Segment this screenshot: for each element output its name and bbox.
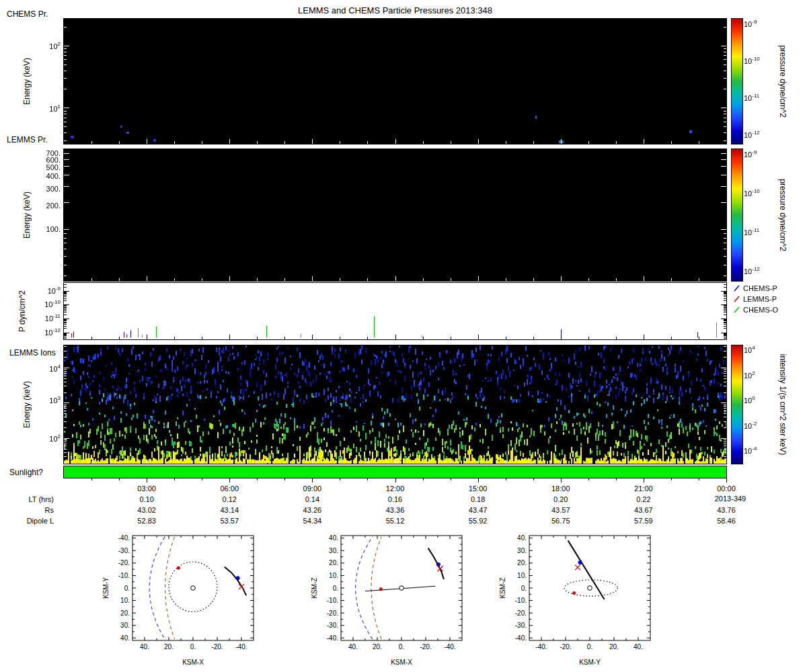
y-tick-label: 101 <box>49 103 61 113</box>
lemms-pressure-spectrogram <box>64 149 726 281</box>
orbit-plot-ksm-y-ksm-z: -40.-20.0.20.40.40.30.20.10.0.-10.-20.-3… <box>499 534 650 666</box>
orbit-x-tick-label: 0. <box>587 643 592 650</box>
orbit-y-tick-label: -30. <box>327 622 338 629</box>
orbit-y-tick-label: 40. <box>120 634 130 642</box>
ephemeris-row-label: Rs <box>45 506 54 514</box>
ephemeris-row-label: Dipole L <box>27 517 54 525</box>
time-tick-mark <box>561 478 562 482</box>
mimi-pressure-figure: LEMMS and CHEMS Particle Pressures 2013:… <box>0 0 807 672</box>
colorbar-label-intensity: intensity 1/(s cm^2 ster keV) <box>778 354 787 455</box>
time-tick-mark <box>588 478 589 480</box>
colorbar-tick-label: 10-11 <box>744 93 759 102</box>
legend-item: CHEMS-P <box>733 284 777 292</box>
ephemeris-value: 0.10 <box>139 495 153 503</box>
ephemeris-value: 43.67 <box>634 506 653 514</box>
y-tick-label: 10-9 <box>48 286 61 295</box>
legend-item: CHEMS-O <box>733 306 778 314</box>
ephemeris-value: 58.46 <box>717 517 736 525</box>
colorbar-label-pressure-2: pressure dyne/cm^2 <box>778 179 787 251</box>
y-tick-label: 10-11 <box>45 313 61 323</box>
orbit-x-tick-label: 0. <box>399 643 404 650</box>
orbit-x-tick-label: -20. <box>560 643 571 650</box>
time-tick-label: 06:00 <box>220 485 239 493</box>
orbit-x-tick-label: -40. <box>235 643 247 650</box>
saturn-marker <box>588 586 592 591</box>
panel-label-lemms-ions: LEMMS Ions <box>9 348 56 358</box>
chems-pressure-spectrogram <box>64 19 726 144</box>
orbit-y-tick-label: -10. <box>327 597 338 604</box>
orbit-x-tick-label: -20. <box>211 643 223 650</box>
ephemeris-value: 43.26 <box>303 506 322 514</box>
time-tick-label: 09:00 <box>303 485 322 493</box>
time-tick-mark <box>257 478 258 480</box>
orbit-ylabel: KSM-Y <box>102 577 110 599</box>
time-tick-mark <box>284 478 285 480</box>
colorbar-tick-label: 102 <box>744 370 755 380</box>
time-tick-mark <box>533 478 534 480</box>
orbit-plots: 40.20.0.-20.-40.-40.-30.-20.-10.0.10.20.… <box>0 524 807 672</box>
time-tick-label: 21:00 <box>634 485 653 493</box>
orbit-x-tick-label: -40. <box>444 643 455 650</box>
y-tick-label: 300. <box>46 185 61 193</box>
time-tick-mark <box>451 478 451 480</box>
orbit-y-tick-label: 20. <box>329 559 338 566</box>
y-tick-label: 400. <box>46 172 61 180</box>
colorbar-pressure-2 <box>732 149 742 281</box>
orbit-x-tick-label: 40. <box>140 643 149 650</box>
colorbar-tick-label: 10-9 <box>744 150 757 159</box>
colorbar-tick-label: 10-12 <box>744 130 760 139</box>
ephemeris-value: 43.47 <box>469 506 488 514</box>
time-tick-label: 12:00 <box>386 485 405 493</box>
orbit-y-tick-label: -20. <box>118 559 130 566</box>
time-tick-mark <box>147 478 147 482</box>
orbit-y-tick-label: 30. <box>329 547 338 554</box>
time-tick-mark <box>726 478 727 482</box>
panel-label-chems-pr: CHEMS Pr. <box>7 9 48 19</box>
legend-marker-icon <box>733 284 741 292</box>
orbit-xlabel: KSM-X <box>182 659 204 666</box>
time-tick-mark <box>423 478 424 480</box>
orbit-ylabel: KSM-Z <box>311 577 318 598</box>
orbit-y-tick-label: 40. <box>329 534 338 542</box>
time-tick-mark <box>229 478 230 482</box>
legend-label: CHEMS-O <box>743 306 778 314</box>
orbit-y-tick-label: 0. <box>333 585 338 592</box>
time-tick-label: 03:00 <box>137 485 156 493</box>
colorbar-tick-label: 10-10 <box>744 188 760 198</box>
time-tick-mark <box>119 478 120 480</box>
saturn-marker <box>399 586 404 591</box>
ephemeris-value: 43.02 <box>137 506 156 514</box>
ephemeris-value: 54.34 <box>303 517 322 525</box>
orbit-y-tick-label: -40. <box>118 534 130 542</box>
y-tick-label: 500. <box>46 163 61 171</box>
sunlight-indicator-bar <box>64 466 726 478</box>
colorbar-intensity <box>732 345 742 464</box>
y-tick-label: 102 <box>49 41 61 50</box>
spacecraft-position-marker <box>236 576 240 580</box>
legend-label: CHEMS-P <box>743 284 777 292</box>
orbit-y-tick-label: -30. <box>515 622 527 629</box>
colorbar-tick-label: 10-11 <box>744 227 759 237</box>
saturn-marker <box>191 586 196 591</box>
panel-label-sunlight: Sunlight? <box>9 468 43 477</box>
panel-label-lemms-pr: LEMMS Pr. <box>7 135 48 144</box>
y-tick-label: 10-10 <box>44 299 61 308</box>
orbit-x-tick-label: 0. <box>190 643 196 650</box>
orbit-y-tick-label: 10. <box>517 572 527 579</box>
colorbar-tick-label: 10-9 <box>744 19 757 28</box>
ephemeris-value: 55.12 <box>386 517 405 525</box>
orbit-y-tick-label: -40. <box>327 634 338 642</box>
ephemeris-value: 0.18 <box>471 495 485 503</box>
orbit-ylabel: KSM-Z <box>499 577 506 598</box>
pressure-timeseries-plot <box>64 283 726 339</box>
orbit-y-tick-label: 0. <box>124 585 130 592</box>
y-tick-label: 103 <box>49 395 61 405</box>
colorbar-tick-label: 100 <box>744 395 755 405</box>
legend-marker-icon <box>733 295 741 303</box>
time-tick-mark <box>91 478 92 480</box>
y-axis-label-energy-ions: Energy (keV) <box>22 381 32 428</box>
spacecraft-position-marker <box>578 560 582 564</box>
y-tick-label: 10-12 <box>44 327 61 337</box>
orbit-xlabel: KSM-X <box>391 659 412 666</box>
y-tick-label: 104 <box>49 364 61 373</box>
